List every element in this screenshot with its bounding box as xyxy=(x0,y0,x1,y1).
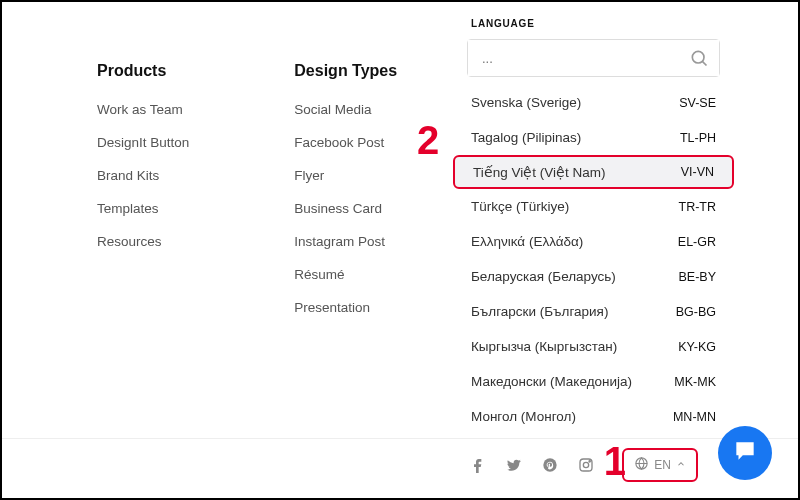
products-link[interactable]: DesignIt Button xyxy=(97,135,189,150)
products-link[interactable]: Brand Kits xyxy=(97,168,189,183)
twitter-icon[interactable] xyxy=(500,451,528,479)
design-types-heading: Design Types xyxy=(294,62,397,80)
language-option[interactable]: Tagalog (Pilipinas) TL-PH xyxy=(451,120,736,155)
language-code: VI-VN xyxy=(681,165,714,179)
annotation-1: 1 xyxy=(604,439,626,484)
design-types-link[interactable]: Résumé xyxy=(294,267,397,282)
language-panel-header: LANGUAGE xyxy=(451,14,736,39)
language-label: Македонски (Македонија) xyxy=(471,374,632,389)
language-option[interactable]: Svenska (Sverige) SV-SE xyxy=(451,85,736,120)
design-types-link[interactable]: Facebook Post xyxy=(294,135,397,150)
design-types-link[interactable]: Flyer xyxy=(294,168,397,183)
design-types-link[interactable]: Presentation xyxy=(294,300,397,315)
language-label: Tiếng Việt (Việt Nam) xyxy=(473,164,606,180)
pinterest-icon[interactable] xyxy=(536,451,564,479)
language-code: KY-KG xyxy=(678,340,716,354)
language-toggle-button[interactable]: EN xyxy=(622,448,698,482)
language-label: Кыргызча (Кыргызстан) xyxy=(471,339,617,354)
products-heading: Products xyxy=(97,62,189,80)
svg-line-1 xyxy=(702,61,706,65)
language-list: Svenska (Sverige) SV-SE Tagalog (Pilipin… xyxy=(451,85,736,434)
chat-icon xyxy=(732,438,758,468)
products-link[interactable]: Resources xyxy=(97,234,189,249)
globe-icon xyxy=(634,456,649,474)
language-search[interactable] xyxy=(467,39,720,77)
language-option[interactable]: Türkçe (Türkiye) TR-TR xyxy=(451,189,736,224)
language-option[interactable]: Беларуская (Беларусь) BE-BY xyxy=(451,259,736,294)
language-label: Tagalog (Pilipinas) xyxy=(471,130,581,145)
language-label: Беларуская (Беларусь) xyxy=(471,269,616,284)
language-code: BE-BY xyxy=(678,270,716,284)
design-types-link[interactable]: Social Media xyxy=(294,102,397,117)
language-panel: LANGUAGE Svenska (Sverige) SV-SE Tagalog… xyxy=(451,6,736,434)
language-code: BG-BG xyxy=(676,305,716,319)
search-icon xyxy=(689,48,709,72)
language-code: TR-TR xyxy=(679,200,717,214)
language-option[interactable]: Кыргызча (Кыргызстан) KY-KG xyxy=(451,329,736,364)
svg-point-4 xyxy=(584,462,589,467)
facebook-icon[interactable] xyxy=(464,451,492,479)
products-link[interactable]: Work as Team xyxy=(97,102,189,117)
language-option[interactable]: Ελληνικά (Ελλάδα) EL-GR xyxy=(451,224,736,259)
svg-point-5 xyxy=(589,460,590,461)
language-label: Монгол (Монгол) xyxy=(471,409,576,424)
design-types-link[interactable]: Business Card xyxy=(294,201,397,216)
design-types-link[interactable]: Instagram Post xyxy=(294,234,397,249)
language-search-input[interactable] xyxy=(468,40,719,76)
language-code: EL-GR xyxy=(678,235,716,249)
language-code: MN-MN xyxy=(673,410,716,424)
language-label: Ελληνικά (Ελλάδα) xyxy=(471,234,583,249)
language-label: Български (България) xyxy=(471,304,608,319)
language-code: TL-PH xyxy=(680,131,716,145)
language-code: MK-MK xyxy=(674,375,716,389)
svg-point-0 xyxy=(692,51,704,63)
language-option[interactable]: Български (България) BG-BG xyxy=(451,294,736,329)
language-code: SV-SE xyxy=(679,96,716,110)
instagram-icon[interactable] xyxy=(572,451,600,479)
design-types-column: Design Types Social Media Facebook Post … xyxy=(294,62,397,333)
language-label: Svenska (Sverige) xyxy=(471,95,581,110)
language-label: Türkçe (Türkiye) xyxy=(471,199,569,214)
language-option[interactable]: Македонски (Македонија) MK-MK xyxy=(451,364,736,399)
current-language-label: EN xyxy=(654,458,671,472)
chevron-up-icon xyxy=(676,458,686,472)
language-option-highlighted[interactable]: Tiếng Việt (Việt Nam) VI-VN xyxy=(453,155,734,189)
language-option[interactable]: Монгол (Монгол) MN-MN xyxy=(451,399,736,434)
products-link[interactable]: Templates xyxy=(97,201,189,216)
products-column: Products Work as Team DesignIt Button Br… xyxy=(97,62,189,333)
chat-fab-button[interactable] xyxy=(718,426,772,480)
bottom-bar: EN xyxy=(2,438,798,490)
annotation-2: 2 xyxy=(417,118,439,163)
